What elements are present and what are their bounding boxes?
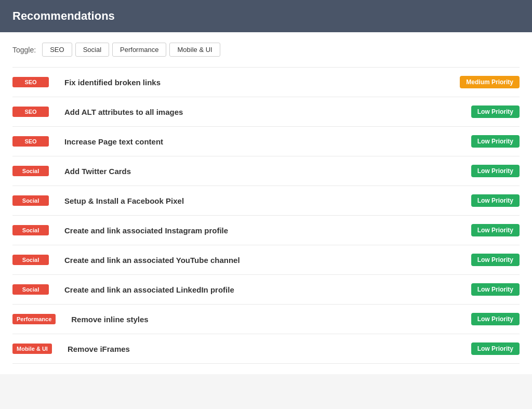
category-tag: SEO [12,107,49,117]
main-content: Toggle: SEOSocialPerformanceMobile & UI … [0,32,532,374]
rec-item: SocialAdd Twitter CardsLow Priority [12,156,520,186]
rec-text: Increase Page text content [64,137,471,146]
priority-badge: Low Priority [471,165,520,177]
rec-text: Remove inline styles [71,315,471,324]
rec-text: Create and link associated Instagram pro… [64,226,471,235]
priority-badge: Low Priority [471,342,520,355]
rec-item: SocialCreate and link an associated YouT… [12,245,520,275]
priority-badge: Low Priority [471,135,520,148]
toggle-btn-seo[interactable]: SEO [42,43,72,57]
category-tag: Mobile & UI [12,344,52,354]
rec-item: SEOIncrease Page text contentLow Priorit… [12,127,520,156]
rec-text: Fix identified broken links [64,78,460,87]
category-tag: Performance [12,314,56,324]
category-tag: Social [12,195,49,206]
category-tag: Social [12,284,49,295]
rec-text: Create and link an associated YouTube ch… [64,256,471,265]
recommendations-list: SEOFix identified broken linksMedium Pri… [12,67,520,364]
rec-item: SEOAdd ALT attributes to all imagesLow P… [12,97,520,127]
toggle-btn-performance[interactable]: Performance [112,43,166,57]
rec-text: Add ALT attributes to all images [64,108,471,116]
rec-item: SocialCreate and link associated Instagr… [12,216,520,245]
priority-badge: Low Priority [471,224,520,236]
rec-item: PerformanceRemove inline stylesLow Prior… [12,305,520,334]
toggle-btn-mobile[interactable]: Mobile & UI [169,43,220,57]
rec-text: Setup & Install a Facebook Pixel [64,196,471,205]
rec-text: Create and link an associated LinkedIn p… [64,285,471,294]
toggle-btn-social[interactable]: Social [75,43,109,57]
toggle-row: Toggle: SEOSocialPerformanceMobile & UI [12,43,520,57]
rec-item: Mobile & UIRemove iFramesLow Priority [12,334,520,364]
page-header: Recommendations [0,0,532,32]
priority-badge: Low Priority [471,194,520,207]
rec-item: SocialCreate and link an associated Link… [12,275,520,305]
priority-badge: Low Priority [471,105,520,118]
priority-badge: Low Priority [471,313,520,325]
category-tag: SEO [12,77,49,87]
category-tag: Social [12,225,49,235]
priority-badge: Low Priority [471,283,520,296]
rec-text: Remove iFrames [68,345,471,353]
rec-item: SEOFix identified broken linksMedium Pri… [12,68,520,97]
rec-item: SocialSetup & Install a Facebook PixelLo… [12,186,520,216]
category-tag: Social [12,166,49,176]
toggle-label: Toggle: [12,46,36,54]
rec-text: Add Twitter Cards [64,167,471,176]
page-title: Recommendations [12,9,520,23]
priority-badge: Medium Priority [460,76,520,88]
priority-badge: Low Priority [471,254,520,266]
category-tag: Social [12,255,49,265]
category-tag: SEO [12,136,49,147]
toggle-buttons: SEOSocialPerformanceMobile & UI [42,43,220,57]
